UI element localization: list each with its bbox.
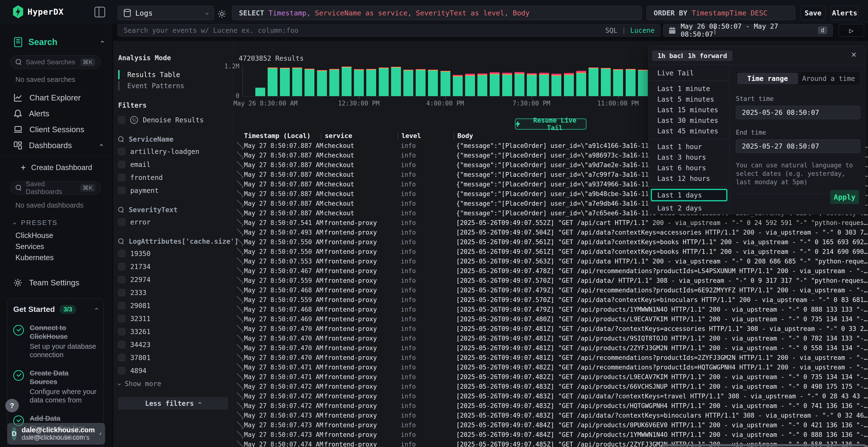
filter-value-row[interactable]: 21734: [118, 262, 228, 271]
table-row[interactable]: May 27 8:50:07.471 AMfrontend-proxyinfo[…: [233, 372, 868, 382]
table-row[interactable]: May 27 8:50:07.470 AMfrontend-proxyinfo[…: [233, 334, 868, 343]
time-option-last-1-hour[interactable]: Last 1 hour: [649, 141, 730, 152]
end-time-input[interactable]: 2025-05-27 08:50:07: [736, 139, 860, 153]
filter-value-row[interactable]: email: [118, 160, 228, 169]
run-search-button[interactable]: ▷: [839, 24, 864, 37]
table-row[interactable]: May 27 8:50:07.473 AMfrontend-proxyinfo[…: [233, 411, 868, 420]
table-row[interactable]: May 27 8:50:07.470 AMfrontend-proxyinfo[…: [233, 343, 868, 353]
filter-value-row[interactable]: 34423: [118, 340, 228, 349]
table-row[interactable]: May 27 8:50:07.559 AMfrontend-proxyinfo[…: [233, 276, 868, 285]
save-button[interactable]: Save: [801, 6, 826, 20]
search-input[interactable]: Search your events w/ Lucene ex. column:…: [118, 24, 661, 37]
language-toggle-sql[interactable]: SQL: [605, 27, 618, 34]
user-account-chip[interactable]: D dale@clickhouse.com dale@clickhouse.co…: [7, 423, 105, 445]
column-drag-handle-icon[interactable]: ⋮: [395, 132, 401, 139]
table-row[interactable]: May 27 8:50:07.493 AMfrontend-proxyinfo[…: [233, 228, 868, 237]
time-option-live-tail[interactable]: Live Tail: [649, 68, 730, 78]
table-row[interactable]: May 27 8:50:07.550 AMfrontend-proxyinfo[…: [233, 237, 868, 247]
column-service[interactable]: service: [325, 132, 352, 139]
filter-checkbox[interactable]: [118, 302, 125, 309]
start-time-input[interactable]: 2025-05-26 08:50:07: [736, 106, 860, 119]
tab-around-a-time[interactable]: Around a time: [798, 73, 859, 84]
one-hour-forward-button[interactable]: 1h forward: [683, 50, 733, 61]
column-drag-handle-icon[interactable]: ⋮: [451, 132, 457, 139]
denoise-checkbox[interactable]: [118, 116, 125, 124]
filter-checkbox[interactable]: [118, 218, 125, 226]
time-option-last-1-minute[interactable]: Last 1 minute: [649, 83, 730, 94]
table-row[interactable]: May 27 8:50:07.467 AMfrontend-proxyinfo[…: [233, 266, 868, 276]
sidebar-item-chart-explorer[interactable]: Chart Explorer: [13, 90, 106, 106]
saved-searches-input[interactable]: Saved Searches ⌘K: [10, 56, 101, 69]
filter-checkbox[interactable]: [118, 250, 125, 257]
filter-value-row[interactable]: frontend: [118, 173, 228, 182]
language-toggle-lucene[interactable]: Lucene: [630, 27, 655, 34]
presets-section-toggle[interactable]: PRESETS: [13, 219, 111, 227]
table-row[interactable]: May 27 8:50:07.559 AMfrontend-proxyinfo[…: [233, 295, 868, 305]
table-row[interactable]: May 27 8:50:07.471 AMfrontend-proxyinfo[…: [233, 363, 868, 372]
filter-checkbox[interactable]: [118, 187, 125, 194]
time-option-last-1-days[interactable]: Last 1 days: [651, 189, 727, 201]
source-settings-gear-icon[interactable]: [217, 10, 226, 18]
filter-value-row[interactable]: 4894: [118, 366, 228, 375]
table-row[interactable]: May 27 8:50:07.469 AMfrontend-proxyinfo[…: [233, 314, 868, 324]
show-more-button[interactable]: Show more: [118, 379, 228, 388]
filter-value-row[interactable]: 22974: [118, 275, 228, 284]
source-select[interactable]: Logs: [118, 6, 214, 20]
alerts-button[interactable]: Alerts: [831, 6, 858, 20]
filter-value-row[interactable]: 29081: [118, 301, 228, 310]
sidebar-item-client-sessions[interactable]: Client Sessions: [13, 122, 106, 138]
filter-value-row[interactable]: artillery-loadgen: [118, 147, 228, 156]
tab-time-range[interactable]: Time range: [737, 73, 798, 84]
filter-checkbox[interactable]: [118, 263, 125, 270]
time-option-last-45-minutes[interactable]: Last 45 minutes: [649, 126, 730, 136]
get-started-step-connect[interactable]: Connect to ClickHouse Set up your databa…: [13, 323, 98, 359]
collapse-chevron-icon[interactable]: [95, 308, 98, 311]
resume-live-tail-button[interactable]: Resume Live Tail: [515, 118, 586, 130]
mode-results-table[interactable]: Results Table: [118, 69, 228, 80]
sidebar-toggle-icon[interactable]: [94, 7, 105, 18]
table-row[interactable]: May 27 8:50:07.468 AMfrontend-proxyinfo[…: [233, 305, 868, 314]
table-row[interactable]: May 27 8:50:07.468 AMfrontend-proxyinfo[…: [233, 285, 868, 295]
date-range-input[interactable]: May 26 08:50:07 - May 27 08:50:07 d: [663, 24, 833, 37]
filter-checkbox[interactable]: [118, 161, 125, 168]
filter-checkbox[interactable]: [118, 276, 125, 283]
time-option-last-3-hours[interactable]: Last 3 hours: [649, 152, 730, 163]
column-timestamp[interactable]: Timestamp (Local): [244, 132, 311, 139]
filter-value-row[interactable]: error: [118, 217, 228, 227]
table-row[interactable]: May 27 8:50:07.473 AMfrontend-proxyinfo[…: [233, 420, 868, 430]
close-icon[interactable]: ×: [848, 49, 859, 60]
filter-checkbox[interactable]: [118, 367, 125, 374]
sidebar-item-team-settings[interactable]: Team Settings: [13, 278, 106, 287]
table-row[interactable]: May 27 8:50:07.550 AMfrontend-proxyinfo[…: [233, 247, 868, 256]
time-option-last-30-minutes[interactable]: Last 30 minutes: [649, 115, 730, 126]
filter-value-row[interactable]: 33261: [118, 327, 228, 337]
table-row[interactable]: May 27 8:50:07.472 AMfrontend-proxyinfo[…: [233, 401, 868, 411]
time-option-last-12-hours[interactable]: Last 12 hours: [649, 173, 730, 184]
filter-value-row[interactable]: 32311: [118, 314, 228, 323]
filter-checkbox[interactable]: [118, 315, 125, 322]
table-row[interactable]: May 27 8:50:07.470 AMfrontend-proxyinfo[…: [233, 353, 868, 363]
filter-checkbox[interactable]: [118, 289, 125, 296]
sidebar-preset-clickhouse[interactable]: ClickHouse: [16, 230, 111, 241]
sidebar-preset-services[interactable]: Services: [16, 241, 111, 252]
filter-value-row[interactable]: payment: [118, 186, 228, 195]
table-row[interactable]: May 27 8:50:07.470 AMfrontend-proxyinfo[…: [233, 324, 868, 334]
collapse-chevron-icon[interactable]: [101, 41, 104, 44]
collapse-chevron-icon[interactable]: [100, 144, 103, 147]
filter-checkbox[interactable]: [118, 174, 125, 181]
less-filters-button[interactable]: Less filters: [118, 397, 228, 410]
filter-value-row[interactable]: 19350: [118, 249, 228, 259]
table-row[interactable]: May 27 8:50:07.472 AMfrontend-proxyinfo[…: [233, 391, 868, 401]
help-button[interactable]: ?: [5, 399, 19, 412]
time-option-last-5-minutes[interactable]: Last 5 minutes: [649, 94, 730, 105]
sidebar-item-alerts[interactable]: Alerts: [13, 106, 106, 122]
filter-checkbox[interactable]: [118, 148, 125, 155]
time-option-last-6-hours[interactable]: Last 6 hours: [649, 163, 730, 173]
get-started-step-datasources[interactable]: Create Data Sources Configure where your…: [13, 369, 98, 404]
saved-dashboards-input[interactable]: Saved Dashboards ⌘K: [10, 181, 101, 195]
sql-select-editor[interactable]: SELECT Timestamp, ServiceName as service…: [232, 6, 642, 20]
order-by-editor[interactable]: ORDER BY TimestampTime DESC: [647, 6, 795, 20]
time-option-last-15-minutes[interactable]: Last 15 minutes: [649, 105, 730, 115]
column-level[interactable]: level: [401, 132, 421, 139]
filter-checkbox[interactable]: [118, 341, 125, 348]
